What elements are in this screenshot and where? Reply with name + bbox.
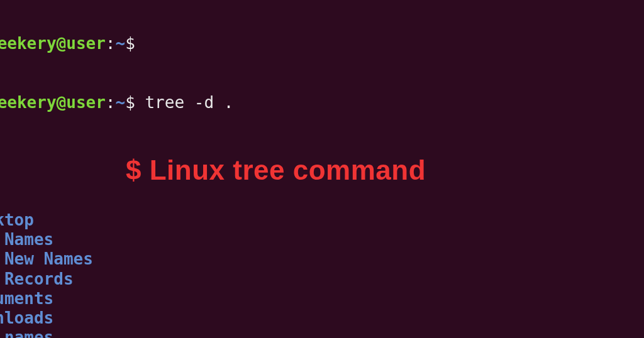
tree-output: esktop── Names── New Names── Recordsocum… xyxy=(0,210,644,338)
directory-name: Records xyxy=(4,270,74,288)
prompt-symbol: $ xyxy=(125,93,135,112)
tree-branch: ── xyxy=(0,270,4,288)
tree-entry: esktop xyxy=(0,210,644,230)
directory-name: New Names xyxy=(4,249,93,268)
tree-entry: ── New Names xyxy=(0,249,644,269)
terminal[interactable]: geekery@user:~$ geekery@user:~$ tree -d … xyxy=(0,0,644,338)
prompt-user: geekery@user xyxy=(0,93,106,112)
prompt-symbol-prev: $ xyxy=(125,34,135,53)
tree-entry: ── names xyxy=(0,328,644,338)
previous-prompt-line: geekery@user:~$ xyxy=(0,34,644,53)
directory-name: Names xyxy=(4,230,53,249)
tree-entry: ── Records xyxy=(0,270,644,289)
tree-entry: ── Names xyxy=(0,230,644,249)
tree-branch: ── xyxy=(0,249,4,268)
directory-name: names xyxy=(4,328,53,338)
directory-name: ocuments xyxy=(0,289,53,308)
command-prompt-line: geekery@user:~$ tree -d . xyxy=(0,93,644,112)
blank-line xyxy=(0,152,644,172)
tree-entry: ownloads xyxy=(0,308,644,328)
prompt-path: ~ xyxy=(116,34,126,53)
tree-branch: ── xyxy=(0,230,4,249)
tree-branch: ── xyxy=(0,328,4,338)
prompt-path-2: ~ xyxy=(116,93,126,112)
directory-name: ownloads xyxy=(0,308,53,327)
directory-name: esktop xyxy=(0,210,34,229)
prompt-user-cropped: geekery@user xyxy=(0,34,106,53)
prompt-separator-2: : xyxy=(106,93,116,112)
command-text: tree -d . xyxy=(145,93,233,112)
tree-entry: ocuments xyxy=(0,289,644,308)
prompt-separator: : xyxy=(106,34,116,53)
